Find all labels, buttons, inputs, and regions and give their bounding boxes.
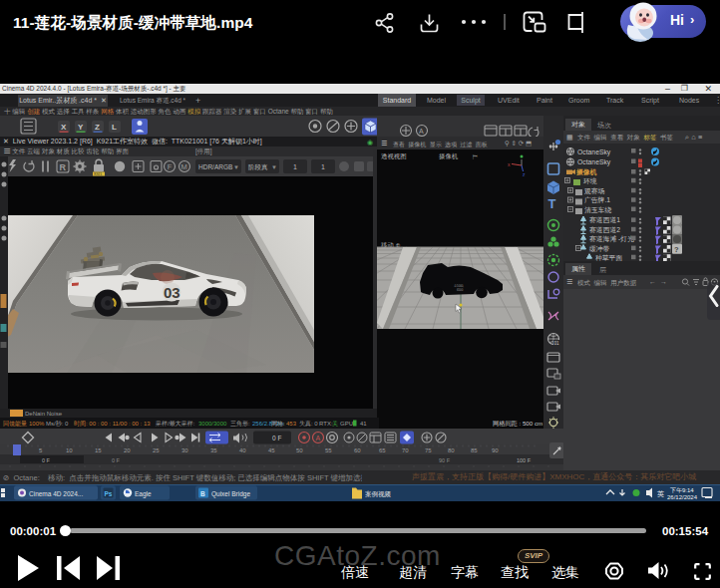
svg-text:?: ?	[674, 245, 679, 254]
svg-text:100%: 100%	[29, 421, 45, 427]
svg-text:T: T	[548, 196, 556, 211]
svg-text:3000/3000: 3000/3000	[198, 421, 227, 427]
svg-text:失真: 0: 失真: 0	[299, 421, 318, 427]
svg-text:50: 50	[296, 447, 303, 453]
svg-text:赛道西道1: 赛道西道1	[589, 216, 620, 224]
svg-text:41: 41	[360, 421, 367, 427]
svg-text:20: 20	[124, 447, 131, 453]
svg-text:70: 70	[402, 447, 409, 453]
svg-text:网格间距 : 500 cm: 网格间距 : 500 cm	[493, 420, 542, 428]
svg-text:0 F: 0 F	[42, 457, 51, 463]
svg-text:Y: Y	[78, 123, 84, 132]
svg-text:Eagle: Eagle	[135, 490, 152, 498]
svg-text:26/12/2024: 26/12/2024	[667, 494, 698, 500]
svg-text:下午9:14: 下午9:14	[670, 487, 694, 493]
svg-text:赛道西道2: 赛道西道2	[589, 226, 620, 234]
svg-text:摄像机: 摄像机	[439, 152, 459, 159]
svg-text:0 F: 0 F	[112, 457, 121, 463]
svg-text:453: 453	[286, 421, 297, 427]
svg-text:Z: Z	[95, 123, 100, 132]
svg-text:15: 15	[95, 447, 102, 453]
svg-text:HDR/ARGB: HDR/ARGB	[198, 163, 232, 170]
svg-text:赛道海滩 -灯光: 赛道海滩 -灯光	[589, 235, 634, 243]
svg-text:100 F: 100 F	[517, 457, 532, 463]
svg-text:10: 10	[66, 447, 73, 453]
svg-text:环境: 环境	[583, 177, 597, 185]
svg-text:1: 1	[293, 163, 297, 170]
svg-text:6500: 6500	[457, 288, 464, 292]
svg-text:A: A	[419, 128, 424, 135]
svg-text:网格:: 网格:	[271, 421, 285, 428]
svg-text:1: 1	[321, 163, 325, 170]
svg-text:三角形:: 三角形:	[230, 421, 250, 427]
svg-text:B: B	[200, 490, 205, 497]
svg-text:OctaneSky: OctaneSky	[577, 148, 611, 156]
svg-text:65: 65	[379, 447, 386, 453]
svg-text:80: 80	[448, 447, 455, 453]
svg-text:英: 英	[657, 490, 664, 498]
svg-text:Ps: Ps	[105, 490, 113, 497]
svg-text:30: 30	[181, 447, 188, 453]
svg-text:▼: ▼	[233, 164, 239, 170]
svg-text:75: 75	[425, 447, 432, 453]
svg-text:0 F: 0 F	[272, 435, 281, 441]
svg-text:Quixel Bridge: Quixel Bridge	[211, 490, 250, 498]
svg-text:Cinema 4D 2024...: Cinema 4D 2024...	[29, 490, 83, 497]
svg-text:60: 60	[354, 447, 361, 453]
svg-text:种草平面: 种草平面	[595, 254, 622, 261]
svg-text:RTX:: RTX:	[319, 421, 333, 427]
svg-text:清玉车绕: 清玉车绕	[584, 206, 611, 214]
svg-text:A: A	[316, 435, 321, 441]
svg-text:55: 55	[325, 447, 332, 453]
svg-text:透视视图: 透视视图	[381, 152, 407, 160]
svg-text:缓冲带: 缓冲带	[589, 245, 610, 252]
svg-text:25: 25	[153, 447, 160, 453]
svg-text:M: M	[181, 162, 187, 171]
svg-text:摄像机: 摄像机	[575, 168, 597, 176]
svg-text:⛿: ⛿	[473, 152, 478, 159]
svg-text:R: R	[60, 162, 67, 172]
svg-text:移动 ⊕: 移动 ⊕	[381, 241, 401, 249]
svg-text:▼: ▼	[271, 164, 277, 170]
svg-text:时间: 00 : 00 : 11/00 : 00 : 13: 时间: 00 : 00 : 11/00 : 00 : 13	[74, 421, 151, 428]
svg-text:案例视频: 案例视频	[365, 490, 392, 498]
svg-text:03: 03	[164, 284, 180, 301]
svg-text:90: 90	[492, 447, 499, 453]
svg-text:回馈能量: 回馈能量	[3, 421, 27, 428]
svg-text:90 F: 90 F	[439, 457, 451, 463]
svg-text:采样/最大采样:: 采样/最大采样:	[155, 420, 195, 427]
svg-text:F: F	[168, 162, 173, 171]
svg-text:GPU:: GPU:	[340, 421, 355, 427]
svg-text:45: 45	[268, 447, 275, 453]
svg-text:广告牌.1: 广告牌.1	[584, 196, 610, 204]
svg-text:L: L	[112, 123, 117, 132]
svg-text:Ms/秒: 0: Ms/秒: 0	[46, 421, 69, 428]
svg-text:40: 40	[239, 447, 246, 453]
svg-text:01: 01	[554, 341, 560, 346]
svg-text:阶段真: 阶段真	[248, 163, 268, 171]
svg-text:OctaneSky: OctaneSky	[577, 158, 611, 166]
svg-text:85: 85	[471, 447, 478, 453]
svg-text:X: X	[61, 123, 67, 132]
svg-text:35: 35	[210, 447, 217, 453]
svg-text:关: 关	[332, 420, 338, 427]
svg-text:观赛场: 观赛场	[584, 187, 605, 195]
